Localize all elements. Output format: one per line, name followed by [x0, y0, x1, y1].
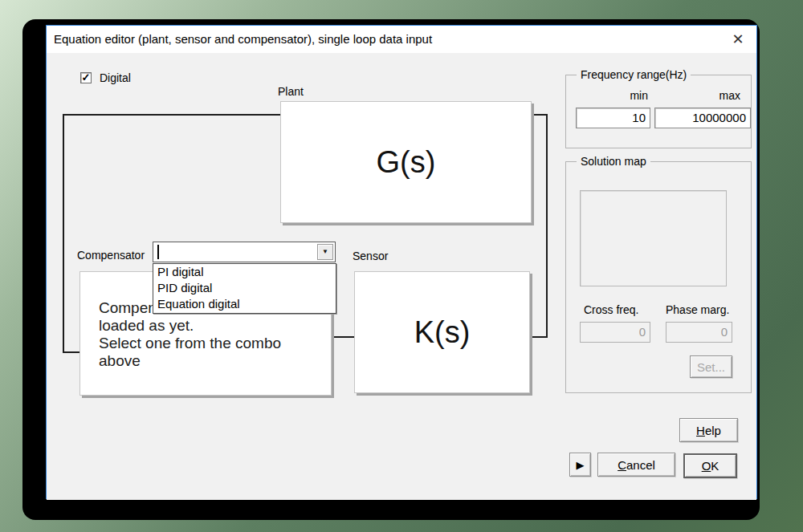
- dropdown-arrow-icon[interactable]: ▼: [317, 244, 333, 260]
- min-frequency-input[interactable]: 10: [576, 108, 650, 128]
- ok-button[interactable]: OK: [683, 453, 737, 478]
- min-label: min: [576, 89, 648, 102]
- window-title: Equation editor (plant, sensor and compe…: [54, 26, 432, 53]
- expand-arrow-button[interactable]: ▶: [569, 453, 591, 477]
- wire-top-right: [532, 114, 548, 116]
- wire-compensator-sensor: [332, 336, 354, 338]
- close-icon[interactable]: ✕: [729, 30, 747, 48]
- frequency-range-group: Frequency range(Hz) min max 10 10000000: [565, 75, 752, 148]
- max-frequency-input[interactable]: 10000000: [654, 108, 751, 128]
- digital-checkbox-label: Digital: [100, 71, 131, 84]
- sensor-transfer-function: K(s): [414, 315, 471, 350]
- help-button[interactable]: Help: [679, 418, 738, 442]
- plant-label: Plant: [278, 85, 304, 98]
- solution-map-title: Solution map: [577, 155, 650, 168]
- wire-compensator-left: [63, 351, 80, 353]
- cross-freq-label: Cross freq.: [584, 303, 638, 316]
- solution-map-plot-area: [580, 190, 727, 286]
- desktop-background: Equation editor (plant, sensor and compe…: [0, 0, 803, 532]
- ok-button-label: OK: [702, 459, 719, 473]
- compensator-dropdown-list: PI digital PID digital Equation digital: [153, 263, 336, 314]
- dropdown-item-pid-digital[interactable]: PID digital: [153, 280, 336, 296]
- max-label: max: [654, 89, 740, 102]
- dropdown-item-equation-digital[interactable]: Equation digital: [153, 296, 336, 312]
- set-button: Set...: [690, 355, 732, 378]
- play-arrow-icon: ▶: [577, 459, 585, 471]
- compensator-label: Compensator: [77, 249, 145, 262]
- phase-marg-label: Phase marg.: [666, 303, 729, 316]
- text-caret: [157, 245, 159, 259]
- phase-marg-input: 0: [666, 322, 732, 343]
- compensator-combobox[interactable]: ▼: [153, 242, 336, 262]
- equation-editor-dialog: Equation editor (plant, sensor and compe…: [46, 25, 757, 499]
- help-button-label: Help: [696, 424, 721, 437]
- frequency-range-title: Frequency range(Hz): [577, 68, 691, 81]
- cancel-button-label: Cancel: [618, 458, 655, 472]
- titlebar[interactable]: Equation editor (plant, sensor and compe…: [47, 26, 756, 53]
- wire-top-left: [63, 114, 280, 116]
- digital-checkbox[interactable]: ✓: [80, 72, 92, 83]
- sensor-label: Sensor: [353, 250, 388, 262]
- plant-transfer-function: G(s): [377, 145, 436, 180]
- cross-freq-input: 0: [580, 322, 650, 343]
- wire-left-vertical: [63, 114, 64, 353]
- cancel-button[interactable]: Cancel: [597, 453, 675, 477]
- plant-block[interactable]: G(s): [280, 101, 532, 223]
- wire-sensor-right: [530, 336, 548, 338]
- sensor-block[interactable]: K(s): [354, 271, 530, 393]
- solution-map-group: Solution map Cross freq. Phase marg. 0 0…: [565, 161, 752, 393]
- dropdown-item-pi-digital[interactable]: PI digital: [153, 264, 336, 280]
- wire-right-vertical: [546, 114, 548, 338]
